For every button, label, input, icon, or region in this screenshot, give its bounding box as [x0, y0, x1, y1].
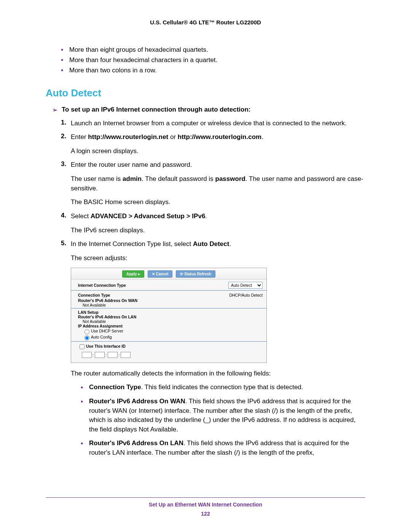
url-text: http://www.routerlogin.net: [88, 133, 168, 141]
bullet-item: More than two colons in a row.: [61, 65, 365, 75]
lan-addr-label: Router's IPv6 Address On LAN: [78, 315, 263, 319]
lan-setup-label: LAN Setup: [78, 310, 263, 315]
detected-fields-list: Connection Type. This field indicates th…: [81, 383, 365, 457]
step-text: Enter http://www.routerlogin.net or http…: [71, 133, 365, 142]
iface-field[interactable]: [121, 352, 131, 358]
status-refresh-button[interactable]: ⟳Status Refresh: [176, 270, 215, 278]
iface-checkbox[interactable]: [80, 344, 84, 349]
step-subtext: The screen adjusts:: [71, 254, 365, 263]
step-text: Select ADVANCED > Advanced Setup > IPv6.: [71, 212, 365, 221]
close-icon: ✕: [152, 272, 155, 276]
field-item: Connection Type. This field indicates th…: [81, 383, 365, 392]
page-footer: Set Up an Ethernet WAN Internet Connecti…: [0, 497, 411, 517]
step-text: Launch an Internet browser from a comput…: [71, 119, 365, 128]
step-number: 3.: [61, 160, 66, 168]
field-item: Router's IPv6 Address On LAN. This field…: [81, 439, 365, 457]
iface-field[interactable]: [108, 352, 118, 358]
after-ui-intro: The router automatically detects the inf…: [71, 369, 365, 379]
task-heading: To set up an IPv6 Internet connection th…: [53, 106, 365, 113]
dhcp-radio[interactable]: [84, 329, 89, 334]
bullet-item: More than four hexadecimal characters in…: [61, 55, 365, 65]
conn-type-value: DHCP/Auto Detect: [229, 293, 263, 297]
ict-select[interactable]: Auto Detect: [228, 282, 263, 289]
footer-rule: [46, 497, 365, 498]
lan-addr-value: Not Available: [78, 319, 263, 324]
step-number: 2.: [61, 133, 66, 140]
bullet-item: More than eight groups of hexadecimal qu…: [61, 45, 365, 55]
step-number: 4.: [61, 212, 66, 219]
iface-label: Use This Interface ID: [86, 344, 126, 348]
footer-title: Set Up an Ethernet WAN Internet Connecti…: [0, 502, 411, 508]
ict-label: Internet Connection Type: [78, 283, 126, 288]
auto-radio[interactable]: [84, 335, 89, 340]
router-ui-screenshot: Apply ▸ ✕Cancel ⟳Status Refresh Internet…: [71, 268, 267, 363]
invalid-ipv6-bullets: More than eight groups of hexadecimal qu…: [61, 45, 365, 76]
dhcp-radio-label: Use DHCP Server: [91, 328, 123, 333]
iface-field[interactable]: [95, 352, 105, 358]
step-number: 5.: [61, 240, 66, 247]
page: U.S. Cellular® 4G LTE™ Router LG2200D Mo…: [0, 0, 411, 532]
nav-path: ADVANCED > Advanced Setup > IPv6: [91, 212, 205, 220]
cancel-button[interactable]: ✕Cancel: [148, 270, 173, 278]
step-2: 2. Enter http://www.routerlogin.net or h…: [61, 133, 365, 156]
step-5: 5. In the Internet Connection Type list,…: [61, 240, 365, 457]
step-subtext: A login screen displays.: [71, 147, 365, 156]
ip-assign-label: IP Address Assignment: [78, 324, 263, 328]
refresh-icon: ⟳: [180, 272, 183, 276]
step-1: 1. Launch an Internet browser from a com…: [61, 119, 365, 128]
step-text: Enter the router user name and password.: [71, 160, 365, 170]
url-text: http://www.routerlogin.com: [178, 133, 261, 141]
apply-button[interactable]: Apply ▸: [122, 270, 144, 278]
wan-addr-label: Router's IPv6 Address On WAN: [78, 298, 263, 303]
step-subtext: The IPv6 screen displays.: [71, 226, 365, 235]
doc-header: U.S. Cellular® 4G LTE™ Router LG2200D: [46, 19, 365, 26]
step-4: 4. Select ADVANCED > Advanced Setup > IP…: [61, 212, 365, 235]
step-text: In the Internet Connection Type list, se…: [71, 240, 365, 249]
step-3: 3. Enter the router user name and passwo…: [61, 160, 365, 207]
router-toolbar: Apply ▸ ✕Cancel ⟳Status Refresh: [71, 268, 266, 280]
step-subtext: The BASIC Home screen displays.: [71, 198, 365, 207]
field-item: Router's IPv6 Address On WAN. This field…: [81, 397, 365, 435]
page-number: 122: [0, 511, 411, 517]
step-subtext: The user name is admin. The default pass…: [71, 174, 365, 193]
section-heading: Auto Detect: [46, 87, 365, 99]
step-number: 1.: [61, 119, 66, 126]
iface-id-inputs: : : :: [82, 352, 263, 358]
wan-addr-value: Not Available: [78, 303, 263, 307]
auto-radio-label: Auto Config: [91, 334, 112, 339]
iface-field[interactable]: [82, 352, 92, 358]
conn-type-label: Connection Type: [78, 293, 110, 297]
steps-list: 1. Launch an Internet browser from a com…: [61, 119, 365, 458]
